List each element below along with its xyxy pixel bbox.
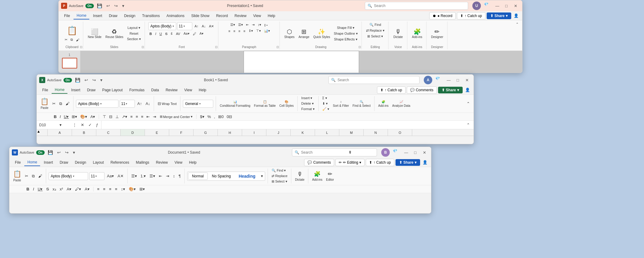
wd-clear-format-btn[interactable]: A✕ <box>116 173 125 179</box>
xl-merge-center-btn[interactable]: ⊞ Merge and Center ▾ <box>159 114 194 119</box>
wd-collab-btn[interactable]: 👤 <box>421 159 429 165</box>
xl-insert-btn[interactable]: Insert ▾ <box>300 96 316 101</box>
ppt-layout-btn[interactable]: Layout ▾ <box>126 25 142 30</box>
xl-align-center-btn[interactable]: ≡ <box>135 114 139 120</box>
xl-menu-formulas[interactable]: Formulas <box>126 87 148 93</box>
ppt-record-btn[interactable]: ⏺ ● Record <box>429 12 456 19</box>
ppt-shape-effects-btn[interactable]: Shape Effects ▾ <box>333 37 359 42</box>
wd-replace-btn[interactable]: ⇄ Replace <box>270 173 289 179</box>
xl-menu-help[interactable]: Help <box>196 87 209 93</box>
xl-menu-home[interactable]: Home <box>52 86 67 94</box>
ppt-dictate-btn[interactable]: 🎙 Dictate <box>392 28 404 40</box>
ppt-copy-btn[interactable]: ⧉ <box>69 37 74 42</box>
wd-editing-btn[interactable]: ✏ ✏ Editing ▾ <box>335 159 365 166</box>
wd-style-nospacing-btn[interactable]: No Spacing <box>208 173 235 180</box>
xl-addins-btn[interactable]: 🧩 Add-ins <box>377 99 390 108</box>
xl-menu-view[interactable]: View <box>181 87 195 93</box>
ppt-shape-fill-btn[interactable]: Shape Fill ▾ <box>333 25 359 30</box>
wd-paste-btn[interactable]: 📋Paste <box>12 169 22 183</box>
wd-dec-indent-btn[interactable]: ⇤ <box>158 173 163 179</box>
ppt-align-center-btn[interactable]: ≡ <box>232 28 236 33</box>
ppt-quick-styles-btn[interactable]: ✨ Quick Styles <box>312 28 332 40</box>
wd-menu-draw[interactable]: Draw <box>57 159 71 166</box>
wd-font-color-btn2[interactable]: A▾ <box>65 186 73 192</box>
ppt-menu-view[interactable]: View <box>250 12 264 19</box>
xl-autosave-toggle[interactable]: On <box>63 78 72 82</box>
xl-underline-btn[interactable]: U▾ <box>63 114 70 120</box>
ppt-menu-draw[interactable]: Draw <box>106 12 120 19</box>
wd-align-center-btn[interactable]: ≡ <box>102 186 107 192</box>
ppt-menu-insert[interactable]: Insert <box>90 12 105 19</box>
ppt-justify-btn[interactable]: ≡ <box>242 28 246 33</box>
xl-size-selector[interactable]: 11 ▾ <box>120 100 135 108</box>
wd-styles-more-btn[interactable]: ▾ <box>260 173 264 179</box>
ppt-align-text-btn[interactable]: ⊤▾ <box>255 28 262 33</box>
ppt-menu-record[interactable]: Record <box>213 12 231 19</box>
wd-menu-references[interactable]: References <box>108 159 132 166</box>
xl-number-format-selector[interactable]: General ▾ <box>183 100 213 108</box>
wd-autosave-toggle[interactable]: On <box>36 150 45 155</box>
ppt-paste-btn[interactable]: 📋 <box>63 25 80 37</box>
xl-formula-confirm-btn[interactable]: ✓ <box>87 122 93 128</box>
xl-align-bottom-btn[interactable]: ⊥ <box>114 114 120 120</box>
ppt-catchup-btn[interactable]: ⬆ ↑ Catch up <box>457 12 485 19</box>
wd-align-right-btn[interactable]: ≡ <box>108 186 113 192</box>
wd-font-color-btn3[interactable]: A▾ <box>84 186 91 192</box>
ppt-numbering-btn[interactable]: ☰▾ <box>237 22 244 27</box>
ppt-decrease-size-btn[interactable]: A↓ <box>200 24 207 29</box>
ppt-cut-btn[interactable]: ✂ <box>63 37 69 42</box>
ppt-new-slide-btn[interactable]: ⬜ New Slide <box>86 28 103 40</box>
wd-maximize-btn[interactable]: □ <box>411 148 420 157</box>
xl-cell-ref-dropdown[interactable]: ▾ <box>58 122 63 128</box>
xl-cell-styles-btn[interactable]: 🎨 Cell Styles <box>278 99 295 108</box>
xl-analyze-data-btn[interactable]: 📈 Analyze Data <box>391 99 411 108</box>
ppt-strike-btn[interactable]: S <box>164 31 169 36</box>
xl-font-color-btn[interactable]: A▾ <box>89 114 96 120</box>
ppt-autosave-toggle[interactable]: On <box>85 4 94 8</box>
xl-align-left-btn[interactable]: ≡ <box>129 114 134 120</box>
wd-cut-btn[interactable]: ✂ <box>24 173 29 179</box>
ppt-menu-review[interactable]: Review <box>231 12 249 19</box>
xl-inc-indent-btn[interactable]: ⇥ <box>152 114 157 120</box>
wd-comments-btn[interactable]: 💬 Comments <box>304 159 334 166</box>
ppt-font-selector[interactable]: Aptos (Body) ▾ <box>148 22 176 30</box>
xl-clear-btn[interactable]: 🧹 ▾ <box>321 106 331 112</box>
ppt-format-painter-btn[interactable]: 🖌 <box>75 37 80 42</box>
xl-cut-btn[interactable]: ✂ <box>51 101 57 106</box>
xl-orientation-btn[interactable]: ↗▾ <box>121 114 128 120</box>
wd-menu-home[interactable]: Home <box>24 159 40 166</box>
ppt-char-spacing-btn[interactable]: AV <box>175 31 181 36</box>
ppt-addins-btn[interactable]: 🧩 Add-ins <box>410 28 424 40</box>
xl-formula-more-btn[interactable]: ⋮ <box>71 122 78 128</box>
wd-catchup-btn[interactable]: ⬆ ↑ Catch up <box>366 159 394 166</box>
ppt-slide-thumb[interactable] <box>62 58 77 68</box>
ppt-clear-format-btn[interactable]: A✕ <box>208 24 215 29</box>
ppt-save-btn[interactable]: 💾 <box>96 3 103 9</box>
wd-menu-view[interactable]: View <box>172 159 186 166</box>
ppt-minimize-btn[interactable]: — <box>493 2 502 10</box>
xl-formula-input[interactable] <box>103 123 464 127</box>
xl-minimize-btn[interactable]: — <box>444 76 453 84</box>
ppt-bullets-btn[interactable]: ☰▾ <box>229 22 236 27</box>
ppt-slide[interactable] <box>244 51 359 73</box>
ppt-close-btn[interactable]: ✕ <box>511 2 520 10</box>
xl-sum-btn[interactable]: Σ ▾ <box>321 96 331 101</box>
xl-find-select-btn[interactable]: 🔍 Find & Select <box>351 99 372 108</box>
xl-italic-btn[interactable]: I <box>58 114 62 120</box>
wd-undo-btn[interactable]: ↩ <box>56 149 62 155</box>
ppt-align-left-btn[interactable]: ≡ <box>227 28 231 33</box>
xl-inc-size-btn[interactable]: A↑ <box>136 101 143 106</box>
xl-font-selector[interactable]: Aptos (Body) ▾ <box>76 100 118 108</box>
xl-save-btn[interactable]: 💾 <box>74 77 81 83</box>
wd-format-painter-btn[interactable]: 🖌 <box>37 173 43 179</box>
ppt-change-case-btn[interactable]: Aa▾ <box>182 31 190 36</box>
xl-delete-btn[interactable]: Delete ▾ <box>300 101 316 106</box>
xl-inc-decimal-btn[interactable]: ⊞0 <box>217 114 225 120</box>
wd-size-selector[interactable]: 11 ▾ <box>89 172 104 180</box>
wd-change-case-btn[interactable]: Aa▾ <box>106 173 115 179</box>
ppt-shapes-btn[interactable]: ⬡ Shapes <box>283 28 296 40</box>
wd-close-btn[interactable]: ✕ <box>420 148 429 157</box>
xl-align-top-btn[interactable]: ⊤ <box>101 114 107 120</box>
xl-percent-btn[interactable]: % <box>206 114 212 120</box>
xl-menu-draw[interactable]: Draw <box>84 87 98 93</box>
